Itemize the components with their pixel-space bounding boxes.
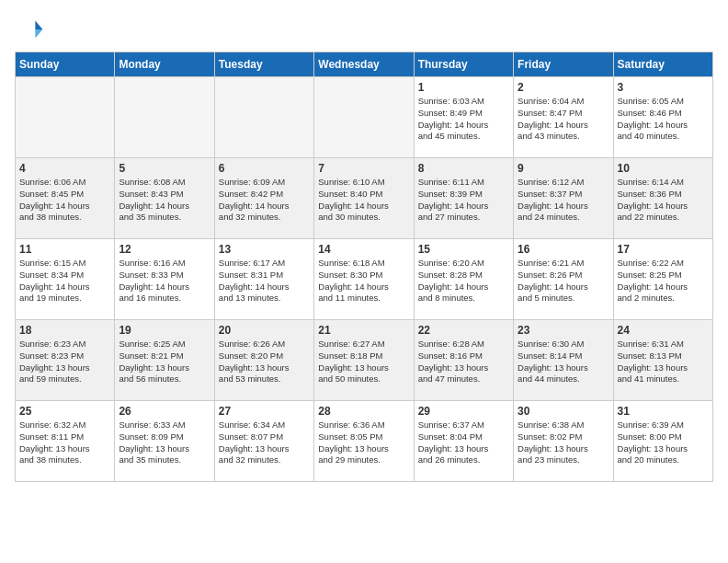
day-number: 16 [518,243,609,256]
day-cell: 29Sunrise: 6:37 AM Sunset: 8:04 PM Dayli… [414,401,513,482]
column-header-sunday: Sunday [16,52,115,77]
day-info: Sunrise: 6:38 AM Sunset: 8:02 PM Dayligh… [518,419,609,466]
day-number: 28 [318,405,409,418]
day-cell: 28Sunrise: 6:36 AM Sunset: 8:05 PM Dayli… [314,401,414,482]
day-number: 22 [418,324,509,337]
day-number: 5 [119,162,210,175]
day-cell: 1Sunrise: 6:03 AM Sunset: 8:49 PM Daylig… [414,77,513,158]
day-info: Sunrise: 6:39 AM Sunset: 8:00 PM Dayligh… [618,419,709,466]
day-number: 29 [418,405,509,418]
day-cell [214,77,313,158]
day-cell [314,77,414,158]
day-number: 1 [418,81,509,94]
day-number: 31 [618,405,709,418]
day-number: 6 [219,162,310,175]
day-info: Sunrise: 6:32 AM Sunset: 8:11 PM Dayligh… [19,419,110,466]
day-number: 4 [19,162,110,175]
day-number: 26 [119,405,210,418]
day-info: Sunrise: 6:04 AM Sunset: 8:47 PM Dayligh… [518,96,609,143]
day-cell: 17Sunrise: 6:22 AM Sunset: 8:25 PM Dayli… [613,239,712,320]
day-cell: 27Sunrise: 6:34 AM Sunset: 8:07 PM Dayli… [214,401,313,482]
day-cell: 18Sunrise: 6:23 AM Sunset: 8:23 PM Dayli… [16,320,115,401]
day-cell: 25Sunrise: 6:32 AM Sunset: 8:11 PM Dayli… [16,401,115,482]
day-cell: 26Sunrise: 6:33 AM Sunset: 8:09 PM Dayli… [115,401,214,482]
day-number: 19 [119,324,210,337]
column-header-tuesday: Tuesday [214,52,313,77]
day-number: 13 [219,243,310,256]
day-info: Sunrise: 6:11 AM Sunset: 8:39 PM Dayligh… [418,177,509,224]
day-cell: 21Sunrise: 6:27 AM Sunset: 8:18 PM Dayli… [314,320,414,401]
day-number: 20 [219,324,310,337]
day-number: 12 [119,243,210,256]
day-cell: 23Sunrise: 6:30 AM Sunset: 8:14 PM Dayli… [514,320,613,401]
day-number: 24 [618,324,709,337]
day-cell: 9Sunrise: 6:12 AM Sunset: 8:37 PM Daylig… [514,158,613,239]
day-number: 10 [618,162,709,175]
day-cell: 30Sunrise: 6:38 AM Sunset: 8:02 PM Dayli… [514,401,613,482]
day-number: 18 [19,324,110,337]
svg-marker-1 [35,29,42,39]
day-cell: 20Sunrise: 6:26 AM Sunset: 8:20 PM Dayli… [214,320,313,401]
day-number: 25 [19,405,110,418]
day-number: 27 [219,405,310,418]
column-header-monday: Monday [115,52,214,77]
day-cell: 7Sunrise: 6:10 AM Sunset: 8:40 PM Daylig… [314,158,414,239]
day-info: Sunrise: 6:05 AM Sunset: 8:46 PM Dayligh… [618,96,709,143]
calendar-table: SundayMondayTuesdayWednesdayThursdayFrid… [15,52,713,482]
column-header-thursday: Thursday [414,52,513,77]
day-info: Sunrise: 6:25 AM Sunset: 8:21 PM Dayligh… [119,339,210,385]
day-info: Sunrise: 6:27 AM Sunset: 8:18 PM Dayligh… [318,339,409,385]
day-info: Sunrise: 6:33 AM Sunset: 8:09 PM Dayligh… [119,419,210,466]
day-cell [115,77,214,158]
day-cell: 10Sunrise: 6:14 AM Sunset: 8:36 PM Dayli… [613,158,712,239]
day-info: Sunrise: 6:17 AM Sunset: 8:31 PM Dayligh… [219,258,310,304]
day-number: 15 [418,243,509,256]
day-info: Sunrise: 6:06 AM Sunset: 8:45 PM Dayligh… [19,177,110,224]
day-number: 9 [518,162,609,175]
day-info: Sunrise: 6:26 AM Sunset: 8:20 PM Dayligh… [219,339,310,385]
day-cell: 24Sunrise: 6:31 AM Sunset: 8:13 PM Dayli… [613,320,712,401]
day-cell: 5Sunrise: 6:08 AM Sunset: 8:43 PM Daylig… [115,158,214,239]
day-info: Sunrise: 6:18 AM Sunset: 8:30 PM Dayligh… [318,258,409,304]
column-header-saturday: Saturday [613,52,712,77]
day-info: Sunrise: 6:15 AM Sunset: 8:34 PM Dayligh… [19,258,110,304]
day-cell: 14Sunrise: 6:18 AM Sunset: 8:30 PM Dayli… [314,239,414,320]
day-cell: 2Sunrise: 6:04 AM Sunset: 8:47 PM Daylig… [514,77,613,158]
day-cell: 13Sunrise: 6:17 AM Sunset: 8:31 PM Dayli… [214,239,313,320]
column-header-wednesday: Wednesday [314,52,414,77]
day-cell: 16Sunrise: 6:21 AM Sunset: 8:26 PM Dayli… [514,239,613,320]
day-info: Sunrise: 6:28 AM Sunset: 8:16 PM Dayligh… [418,339,509,385]
day-cell [16,77,115,158]
day-info: Sunrise: 6:16 AM Sunset: 8:33 PM Dayligh… [119,258,210,304]
week-row-2: 4Sunrise: 6:06 AM Sunset: 8:45 PM Daylig… [16,158,713,239]
day-info: Sunrise: 6:21 AM Sunset: 8:26 PM Dayligh… [518,258,609,304]
day-number: 7 [318,162,409,175]
day-number: 3 [618,81,709,94]
day-info: Sunrise: 6:09 AM Sunset: 8:42 PM Dayligh… [219,177,310,224]
svg-marker-0 [35,20,42,29]
day-cell: 31Sunrise: 6:39 AM Sunset: 8:00 PM Dayli… [613,401,712,482]
day-info: Sunrise: 6:23 AM Sunset: 8:23 PM Dayligh… [19,339,110,385]
day-info: Sunrise: 6:22 AM Sunset: 8:25 PM Dayligh… [618,258,709,304]
day-info: Sunrise: 6:37 AM Sunset: 8:04 PM Dayligh… [418,419,509,466]
day-number: 14 [318,243,409,256]
day-cell: 19Sunrise: 6:25 AM Sunset: 8:21 PM Dayli… [115,320,214,401]
day-info: Sunrise: 6:34 AM Sunset: 8:07 PM Dayligh… [219,419,310,466]
day-info: Sunrise: 6:31 AM Sunset: 8:13 PM Dayligh… [618,339,709,385]
day-info: Sunrise: 6:03 AM Sunset: 8:49 PM Dayligh… [418,96,509,143]
week-row-3: 11Sunrise: 6:15 AM Sunset: 8:34 PM Dayli… [16,239,713,320]
logo [15,15,48,44]
week-row-5: 25Sunrise: 6:32 AM Sunset: 8:11 PM Dayli… [16,401,713,482]
logo-icon [15,15,44,44]
day-cell: 6Sunrise: 6:09 AM Sunset: 8:42 PM Daylig… [214,158,313,239]
week-row-1: 1Sunrise: 6:03 AM Sunset: 8:49 PM Daylig… [16,77,713,158]
day-info: Sunrise: 6:36 AM Sunset: 8:05 PM Dayligh… [318,419,409,466]
day-number: 8 [418,162,509,175]
page-header [15,15,713,44]
day-number: 17 [618,243,709,256]
day-info: Sunrise: 6:14 AM Sunset: 8:36 PM Dayligh… [618,177,709,224]
day-number: 11 [19,243,110,256]
header-row: SundayMondayTuesdayWednesdayThursdayFrid… [16,52,713,77]
day-number: 30 [518,405,609,418]
day-info: Sunrise: 6:20 AM Sunset: 8:28 PM Dayligh… [418,258,509,304]
